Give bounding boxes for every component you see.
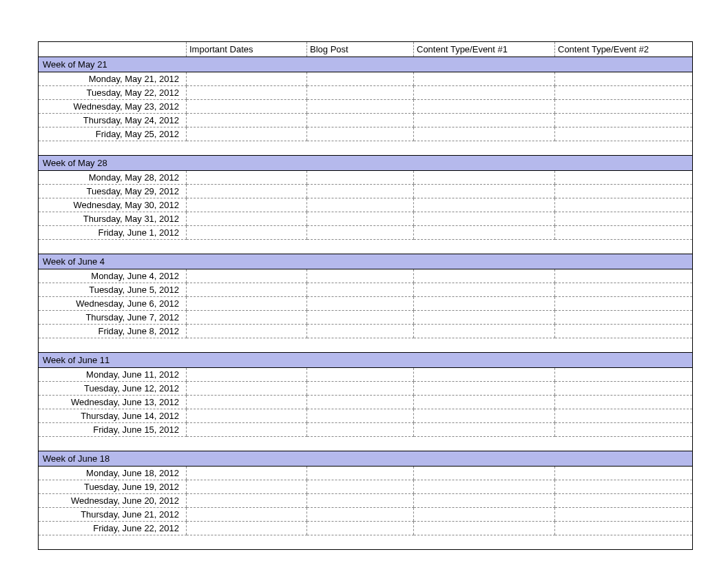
content-cell (555, 100, 693, 114)
date-cell: Wednesday, June 13, 2012 (39, 396, 187, 409)
date-cell: Tuesday, May 29, 2012 (39, 185, 187, 198)
content-cell (555, 198, 693, 212)
content-cell (555, 508, 693, 522)
date-cell: Thursday, May 24, 2012 (39, 114, 187, 127)
content-cell (555, 297, 693, 311)
content-cell (187, 494, 307, 508)
content-cell (414, 212, 555, 226)
footer: Learn more: http://www.contentmarketingi… (0, 557, 728, 563)
week-header: Week of May 21 (39, 57, 693, 72)
content-cell (307, 127, 414, 141)
content-cell (555, 480, 693, 494)
content-cell (307, 269, 414, 283)
content-cell (187, 409, 307, 423)
content-cell (187, 212, 307, 226)
content-cell (307, 198, 414, 212)
content-cell (187, 100, 307, 114)
content-cell (307, 522, 414, 535)
content-cell (414, 311, 555, 325)
week-header: Week of May 28 (39, 156, 693, 171)
content-cell (187, 325, 307, 338)
date-cell: Friday, May 25, 2012 (39, 127, 187, 141)
date-cell: Monday, May 21, 2012 (39, 72, 187, 86)
content-cell (307, 185, 414, 198)
content-cell (414, 396, 555, 409)
content-cell (187, 297, 307, 311)
content-cell (307, 86, 414, 100)
content-cell (187, 198, 307, 212)
spacer (39, 437, 693, 451)
spacer (39, 535, 693, 550)
week-header: Week of June 4 (39, 254, 693, 269)
week-header: Week of June 18 (39, 451, 693, 467)
content-cell (307, 311, 414, 325)
content-cell (187, 127, 307, 141)
content-cell (307, 409, 414, 423)
content-cell (307, 423, 414, 437)
spacer (39, 141, 693, 156)
content-cell (187, 423, 307, 437)
date-cell: Thursday, June 14, 2012 (39, 409, 187, 423)
content-cell (307, 212, 414, 226)
content-cell (414, 467, 555, 480)
content-cell (414, 409, 555, 423)
content-cell (187, 311, 307, 325)
date-cell: Monday, June 11, 2012 (39, 368, 187, 382)
content-cell (187, 185, 307, 198)
content-cell (187, 226, 307, 240)
date-cell: Friday, June 15, 2012 (39, 423, 187, 437)
content-cell (187, 72, 307, 86)
header-blank (39, 42, 187, 57)
content-cell (307, 382, 414, 396)
content-cell (187, 171, 307, 185)
content-cell (555, 382, 693, 396)
content-cell (187, 382, 307, 396)
date-cell: Monday, June 18, 2012 (39, 467, 187, 480)
content-cell (555, 396, 693, 409)
date-cell: Thursday, June 21, 2012 (39, 508, 187, 522)
date-cell: Thursday, June 7, 2012 (39, 311, 187, 325)
content-cell (307, 325, 414, 338)
content-cell (555, 226, 693, 240)
content-cell (187, 522, 307, 535)
content-cell (414, 72, 555, 86)
content-cell (414, 127, 555, 141)
content-cell (414, 368, 555, 382)
content-cell (555, 72, 693, 86)
content-cell (414, 423, 555, 437)
content-cell (414, 185, 555, 198)
date-cell: Monday, May 28, 2012 (39, 171, 187, 185)
date-cell: Tuesday, June 12, 2012 (39, 382, 187, 396)
header-content-type-event-2: Content Type/Event #2 (555, 42, 693, 57)
content-cell (307, 171, 414, 185)
content-cell (307, 297, 414, 311)
header-content-type-event-1: Content Type/Event #1 (414, 42, 555, 57)
date-cell: Wednesday, June 20, 2012 (39, 494, 187, 508)
content-cell (555, 114, 693, 127)
content-cell (414, 269, 555, 283)
content-cell (414, 522, 555, 535)
content-cell (414, 382, 555, 396)
content-cell (307, 368, 414, 382)
content-cell (555, 185, 693, 198)
date-cell: Friday, June 22, 2012 (39, 522, 187, 535)
content-cell (187, 86, 307, 100)
content-cell (555, 86, 693, 100)
week-header: Week of June 11 (39, 353, 693, 368)
content-cell (307, 114, 414, 127)
date-cell: Friday, June 8, 2012 (39, 325, 187, 338)
content-cell (187, 283, 307, 297)
spacer (39, 240, 693, 254)
content-cell (307, 226, 414, 240)
content-cell (555, 423, 693, 437)
content-cell (307, 508, 414, 522)
content-cell (414, 226, 555, 240)
content-cell (307, 480, 414, 494)
content-cell (187, 508, 307, 522)
content-cell (187, 368, 307, 382)
content-cell (414, 86, 555, 100)
content-cell (555, 325, 693, 338)
date-cell: Tuesday, June 5, 2012 (39, 283, 187, 297)
content-cell (414, 494, 555, 508)
content-cell (187, 396, 307, 409)
